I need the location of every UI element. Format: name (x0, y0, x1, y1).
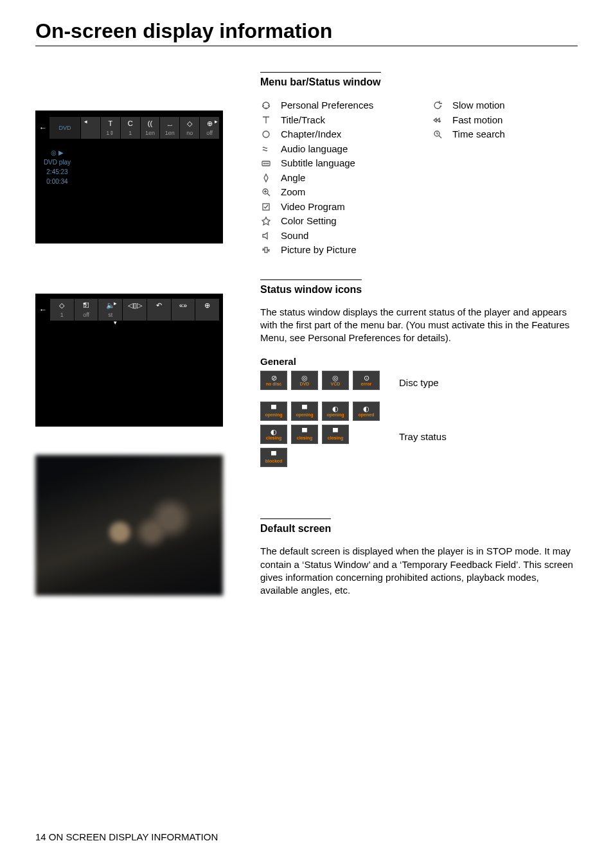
osd-cell-bottom: 1⇕ (106, 128, 114, 137)
legend-item: Fast motion (432, 113, 578, 128)
status-tile-label: opening (326, 412, 344, 417)
legend-icon (260, 245, 272, 255)
svg-point-4 (265, 163, 266, 164)
status-tile: ▀closing (322, 425, 349, 444)
tray-status-label: Tray status (399, 431, 447, 442)
svg-point-3 (263, 163, 264, 164)
legend-item: Title/Track (260, 113, 406, 128)
legend-item: Time search (432, 127, 578, 142)
osd-status-line: 0:00:34 (39, 177, 75, 186)
status-tile-icon: ◐ (332, 405, 339, 412)
osd-cell-top: «» (179, 300, 187, 310)
osd-cell-bottom: off (83, 310, 89, 319)
legend-label: Subtitle language (281, 156, 355, 171)
menu-bar-legend: Personal PreferencesTitle/TrackChapter/I… (260, 98, 578, 258)
legend-label: Video Program (281, 200, 345, 215)
status-tile-label: blocked (265, 459, 282, 463)
osd-cell-bottom: 1 (129, 128, 132, 137)
status-tile-label: closing (297, 436, 313, 440)
status-tile-icon: ⊙ (364, 375, 369, 382)
osd-cell-top: ⊕ (204, 300, 210, 310)
status-tile-label: opening (265, 412, 282, 417)
legend-label: Zoom (281, 185, 305, 200)
legend-icon (260, 129, 272, 139)
osd-cell-top: (( (148, 118, 152, 128)
osd-cell-top: ↶ (156, 300, 162, 310)
legend-icon (432, 115, 443, 125)
legend-label: Picture by Picture (281, 243, 357, 258)
legend-item: Audio language (260, 142, 406, 157)
osd-cell-bottom: 1en (145, 128, 155, 137)
legend-icon (260, 100, 272, 111)
legend-icon (260, 202, 272, 212)
general-block: General ⊘no disc◎DVD◎VCD⊙error Disc type… (260, 356, 578, 471)
status-tile-label: VCD (331, 382, 341, 386)
legend-icon (260, 173, 272, 183)
section-heading-menu-bar: Menu bar/Status window (260, 72, 381, 88)
legend-item: Subtitle language (260, 156, 406, 171)
default-screen-description: The default screen is displayed when the… (260, 545, 578, 597)
legend-icon (260, 158, 272, 168)
legend-icon (260, 216, 272, 226)
osd-cell: ◁▯▷ (122, 299, 147, 321)
status-tile: ◎VCD (322, 371, 349, 390)
status-description: The status window displays the current s… (260, 306, 578, 345)
arrow-tri-icon: ▸ (215, 118, 218, 125)
menu-bar-screenshot-2: ← ◇1☑off🔈st◁▯▷↶«»⊕ ◂ ▸ ▾ (35, 294, 223, 427)
osd-cell-top: T (108, 118, 112, 128)
osd-disc-label: DVD (49, 117, 80, 139)
status-tile-icon: ▀ (271, 452, 276, 459)
status-tile-icon: ▀ (333, 429, 338, 436)
osd-cell-top: ◇ (59, 300, 64, 310)
osd-cell: 🔈st (98, 299, 122, 321)
legend-item: Personal Preferences (260, 98, 406, 113)
osd-cell: ⎵1en (159, 117, 179, 139)
osd-cell-top: ⎵ (168, 118, 172, 128)
svg-point-1 (263, 131, 269, 137)
status-tile-icon: ⊘ (271, 375, 277, 382)
osd-status-line: ◎ ▶ (39, 148, 75, 157)
arrow-left-icon: ← (39, 123, 47, 132)
svg-point-5 (267, 163, 268, 164)
left-column: ← DVD T1⇕C1((1en⎵1en◇no⊕off ◂ ▸ ◎ ▶ DVD … (35, 72, 260, 608)
legend-icon (260, 115, 272, 125)
arrow-tri-icon: ▸ (114, 300, 117, 306)
osd-status-line: 2:45:23 (39, 167, 75, 177)
arrow-tri-icon: ◂ (83, 300, 86, 306)
osd-cell-bottom: off (206, 128, 213, 137)
osd-cell-top: ⊕ (207, 118, 213, 128)
legend-item: Angle (260, 171, 406, 186)
legend-label: Chapter/Index (281, 127, 341, 142)
page-footer: 14 ON SCREEN DISPLAY INFORMATION (35, 831, 218, 842)
legend-item: Sound (260, 229, 406, 244)
osd-cell: T1⇕ (100, 117, 120, 139)
legend-label: Audio language (281, 142, 348, 157)
status-tile: ◐opened (353, 402, 380, 421)
status-tile: ◐closing (260, 425, 287, 444)
right-column: Menu bar/Status window Personal Preferen… (260, 72, 578, 608)
disc-type-label: Disc type (399, 377, 439, 388)
status-tile-label: closing (328, 436, 344, 440)
status-tile: ⊙error (353, 371, 380, 390)
status-tile: ◎DVD (291, 371, 318, 390)
osd-cell: «» (171, 299, 195, 321)
status-tile-icon: ◎ (301, 375, 308, 382)
status-tile-icon: ▀ (302, 429, 307, 436)
page-title: On-screen display information (35, 19, 578, 46)
osd-cell-bottom: 1en (165, 128, 175, 137)
legend-label: Angle (281, 171, 305, 186)
arrow-tri-icon: ▾ (114, 319, 117, 326)
osd-cell: C1 (120, 117, 140, 139)
osd-cell-bottom: st (108, 310, 112, 319)
legend-label: Sound (281, 229, 308, 244)
status-tile-icon: ▀ (271, 405, 276, 412)
legend-label: Fast motion (452, 113, 502, 128)
legend-item: Picture by Picture (260, 243, 406, 258)
legend-label: Title/Track (281, 113, 325, 128)
status-tile: ▀opening (291, 402, 318, 421)
osd-cell: ((1en (140, 117, 160, 139)
status-tile-label: DVD (300, 382, 310, 386)
legend-label: Slow motion (452, 98, 505, 113)
legend-item: Chapter/Index (260, 127, 406, 142)
osd-cell: ⊕ (195, 299, 219, 321)
